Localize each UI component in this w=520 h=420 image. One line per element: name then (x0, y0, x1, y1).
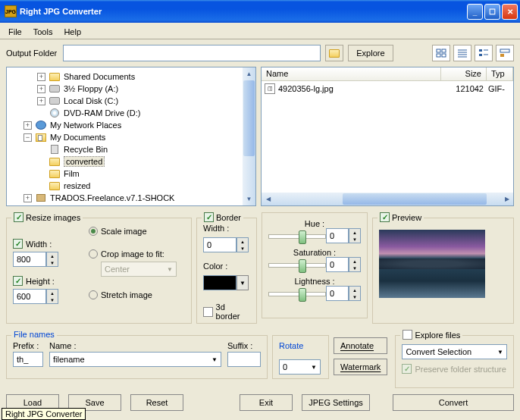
svg-rect-3 (442, 54, 446, 57)
explore-files-checkbox[interactable]: ✓ (403, 330, 412, 340)
name-combo[interactable]: filename▼ (49, 352, 221, 367)
tree-item[interactable]: +Shared Documents (7, 71, 255, 83)
height-checkbox[interactable]: ✓ (13, 276, 23, 286)
watermark-button[interactable]: Watermark (334, 359, 387, 375)
app-icon: JPG (5, 5, 17, 17)
width-input[interactable] (13, 252, 46, 267)
menu-help[interactable]: Help (58, 26, 86, 38)
output-folder-input[interactable] (63, 45, 321, 61)
annotate-button[interactable]: Annotate (334, 337, 387, 354)
menu-file[interactable]: File (3, 26, 27, 38)
hsl-group: Hue : ▲▼ Saturation : ▲▼ Lightness : ▲▼ (262, 212, 368, 318)
suffix-input[interactable] (227, 352, 261, 367)
resize-group: ✓Resize images ✓Width : ▲▼ ✓Height : ▲▼ … (6, 218, 192, 324)
border-width-spinner[interactable]: ▲▼ (237, 237, 249, 252)
file-list[interactable]: Name Size Typ ◫4920356-lg.jpg121042GIF- … (261, 67, 514, 206)
reset-button[interactable]: Reset (130, 394, 183, 411)
browse-folder-button[interactable] (325, 45, 343, 61)
hue-slider[interactable] (268, 229, 326, 243)
explore-files-group: ✓Explore files Convert Selection▼ ✓Prese… (395, 335, 514, 388)
preview-checkbox[interactable]: ✓ (380, 212, 390, 222)
column-name[interactable]: Name (262, 67, 441, 80)
svg-rect-12 (500, 49, 509, 52)
tree-item[interactable]: +Local Disk (C:) (7, 95, 255, 107)
view-details-button[interactable] (475, 45, 493, 61)
hue-input[interactable] (326, 228, 349, 243)
filenames-group: File names Prefix : Name :filename▼ Suff… (6, 335, 268, 379)
border-group: ✓Border Width : ▲▼ Color : ▼ ✓3d border (196, 218, 257, 324)
menu-bar: File Tools Help (0, 24, 520, 39)
height-input[interactable] (13, 289, 46, 304)
lightness-input[interactable] (326, 286, 349, 301)
rotate-combo[interactable]: 0▼ (279, 359, 321, 375)
convert-selection-combo[interactable]: Convert Selection▼ (402, 344, 507, 359)
crop-radio[interactable] (89, 249, 98, 259)
tree-item[interactable]: −My Documents (7, 131, 255, 143)
explore-button[interactable]: Explore (348, 45, 393, 61)
tree-item[interactable]: converted (7, 155, 255, 168)
prefix-input[interactable] (13, 352, 43, 367)
titlebar: JPG Right JPG Converter _ ☐ ✕ (0, 0, 520, 23)
svg-rect-2 (437, 54, 440, 57)
width-spinner[interactable]: ▲▼ (46, 252, 58, 267)
folder-tree[interactable]: +Shared Documents+3½ Floppy (A:)+Local D… (6, 67, 256, 206)
border-color-swatch[interactable] (203, 275, 237, 290)
view-list-button[interactable] (453, 45, 471, 61)
height-spinner[interactable]: ▲▼ (46, 289, 58, 304)
stretch-radio[interactable] (89, 290, 98, 299)
tree-item[interactable]: +My Network Places (7, 119, 255, 131)
saturation-slider[interactable] (268, 258, 326, 271)
border-width-input[interactable] (203, 237, 237, 252)
list-scrollbar[interactable]: ◀▶ (262, 193, 513, 205)
svg-rect-13 (500, 54, 504, 57)
output-folder-label: Output Folder (6, 49, 57, 58)
tree-item[interactable]: +TRADOS.Freelance.v7.1-SHOCK (7, 192, 255, 204)
preview-group: ✓Preview (372, 218, 514, 324)
view-icons-button[interactable] (496, 45, 514, 61)
rotate-group: Rotate 0▼ (272, 335, 329, 379)
svg-rect-8 (479, 49, 482, 52)
window-title: Right JPG Converter (20, 7, 467, 16)
jpeg-settings-button[interactable]: JPEG Settings (302, 394, 370, 411)
border-color-dropdown[interactable]: ▼ (237, 275, 249, 290)
svg-rect-1 (442, 49, 446, 52)
column-type[interactable]: Typ (487, 67, 513, 80)
preview-image (379, 230, 485, 298)
view-thumbnails-button[interactable] (432, 45, 450, 61)
tree-item[interactable]: +3½ Floppy (A:) (7, 83, 255, 95)
tree-item[interactable]: resized (7, 180, 255, 192)
lightness-slider[interactable] (268, 287, 326, 300)
exit-button[interactable]: Exit (240, 394, 293, 411)
tree-item[interactable]: Film (7, 168, 255, 180)
width-checkbox[interactable]: ✓ (13, 239, 23, 249)
resize-checkbox[interactable]: ✓ (14, 212, 23, 222)
menu-tools[interactable]: Tools (28, 26, 58, 38)
status-tooltip: Right JPG Converter (2, 408, 86, 420)
preserve-folder-checkbox: ✓ (402, 364, 412, 374)
scale-radio[interactable] (89, 227, 98, 236)
minimize-button[interactable]: _ (467, 4, 483, 20)
tree-item[interactable]: Recycle Bin (7, 143, 255, 155)
3d-border-checkbox[interactable]: ✓ (203, 307, 213, 317)
saturation-input[interactable] (326, 257, 349, 272)
svg-rect-10 (479, 54, 482, 56)
svg-rect-0 (437, 49, 440, 52)
convert-button[interactable]: Convert (393, 394, 514, 411)
tree-scrollbar[interactable] (243, 67, 255, 205)
maximize-button[interactable]: ☐ (484, 4, 500, 20)
image-file-icon: ◫ (265, 83, 275, 94)
list-row[interactable]: ◫4920356-lg.jpg121042GIF- (262, 83, 513, 95)
column-size[interactable]: Size (441, 67, 487, 80)
toolbar: Output Folder Explore (0, 39, 520, 67)
close-button[interactable]: ✕ (502, 4, 518, 20)
tree-item[interactable]: DVD-RAM Drive (D:) (7, 107, 255, 119)
crop-position-combo: Center▼ (101, 262, 177, 277)
border-checkbox[interactable]: ✓ (204, 212, 214, 222)
